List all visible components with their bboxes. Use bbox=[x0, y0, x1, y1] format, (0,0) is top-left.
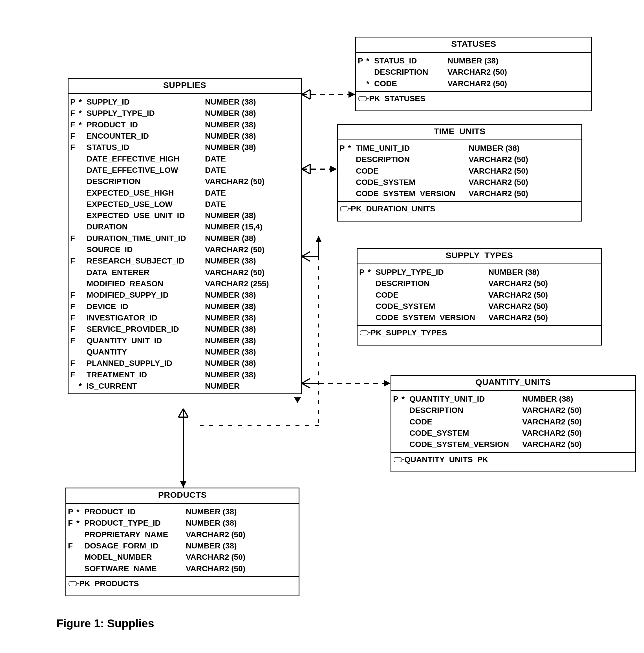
col-required: * bbox=[79, 96, 87, 108]
col-name: CODE_SYSTEM bbox=[409, 428, 522, 439]
col-type: NUMBER (38) bbox=[205, 233, 297, 244]
col-keyflag: P bbox=[358, 267, 368, 278]
key-icon bbox=[394, 457, 402, 462]
col-keyflag: F bbox=[69, 119, 79, 130]
col-name: EXPECTED_USE_UNIT_ID bbox=[87, 210, 205, 221]
col-keyflag: F bbox=[69, 233, 79, 244]
col-keyflag bbox=[338, 165, 348, 177]
col-keyflag bbox=[358, 289, 368, 301]
col-required: * bbox=[79, 108, 87, 119]
svg-marker-3 bbox=[330, 166, 337, 172]
col-keyflag: P bbox=[392, 393, 401, 405]
col-name: PRODUCT_ID bbox=[84, 506, 186, 517]
col-type: NUMBER (38) bbox=[205, 312, 297, 323]
entity-columns: P*PRODUCT_IDNUMBER (38)F*PRODUCT_TYPE_ID… bbox=[66, 504, 299, 576]
col-keyflag bbox=[67, 563, 76, 574]
col-name: MODEL_NUMBER bbox=[84, 552, 186, 563]
col-keyflag: F bbox=[67, 517, 76, 529]
col-keyflag bbox=[69, 188, 79, 199]
pk-label: PK_STATUSES bbox=[369, 94, 426, 103]
col-name: TREATMENT_ID bbox=[87, 369, 205, 381]
col-keyflag: F bbox=[69, 289, 79, 301]
col-required bbox=[76, 540, 84, 552]
col-keyflag: F bbox=[69, 142, 79, 153]
col-required: * bbox=[366, 55, 374, 67]
col-required bbox=[79, 210, 87, 221]
svg-marker-7 bbox=[316, 236, 321, 242]
col-name: QUANTITY_UNIT_ID bbox=[87, 335, 205, 346]
col-name: QUANTITY bbox=[87, 346, 205, 358]
col-type: NUMBER (38) bbox=[205, 96, 297, 108]
svg-marker-1 bbox=[348, 91, 355, 98]
col-required bbox=[79, 165, 87, 176]
col-required bbox=[348, 165, 356, 177]
col-required: * bbox=[76, 517, 84, 529]
col-required bbox=[79, 153, 87, 165]
entity-statuses: STATUSES P*STATUS_IDNUMBER (38)DESCRIPTI… bbox=[355, 37, 592, 111]
col-name: DURATION bbox=[87, 221, 205, 233]
col-required: * bbox=[79, 119, 87, 130]
col-name: SOURCE_ID bbox=[87, 244, 205, 255]
col-name: MODIFIED_SUPPY_ID bbox=[87, 289, 205, 301]
col-type: VARCHAR2 (50) bbox=[205, 244, 297, 255]
col-keyflag: F bbox=[69, 323, 79, 335]
col-keyflag: F bbox=[69, 108, 79, 119]
col-type: VARCHAR2 (50) bbox=[447, 67, 588, 78]
col-type: NUMBER (38) bbox=[205, 255, 297, 267]
col-required bbox=[79, 130, 87, 142]
col-name: PLANNED_SUPPLY_ID bbox=[87, 358, 205, 369]
col-required bbox=[79, 346, 87, 358]
entity-quantity-units: QUANTITY_UNITS P*QUANTITY_UNIT_IDNUMBER … bbox=[391, 375, 636, 473]
col-required bbox=[79, 244, 87, 255]
col-required bbox=[348, 154, 356, 165]
col-keyflag bbox=[69, 267, 79, 278]
col-required bbox=[401, 405, 409, 416]
col-name: EXPECTED_USE_HIGH bbox=[87, 188, 205, 199]
key-icon bbox=[340, 206, 348, 211]
col-name: STATUS_ID bbox=[374, 55, 447, 67]
col-keyflag bbox=[392, 405, 401, 416]
col-type: VARCHAR2 (50) bbox=[205, 267, 297, 278]
col-keyflag bbox=[338, 177, 348, 188]
col-type: NUMBER (38) bbox=[205, 358, 297, 369]
key-icon bbox=[360, 330, 368, 335]
col-type: VARCHAR2 (50) bbox=[522, 416, 631, 428]
col-name: CODE_SYSTEM_VERSION bbox=[375, 312, 488, 323]
entity-columns: P*SUPPLY_TYPE_IDNUMBER (38)DESCRIPTIONVA… bbox=[358, 264, 601, 325]
col-type: VARCHAR2 (50) bbox=[488, 312, 598, 323]
col-type: VARCHAR2 (50) bbox=[205, 176, 297, 187]
col-required bbox=[79, 312, 87, 323]
col-keyflag bbox=[358, 312, 368, 323]
col-keyflag: F bbox=[69, 255, 79, 267]
col-keyflag bbox=[69, 210, 79, 221]
entity-columns: P*STATUS_IDNUMBER (38)DESCRIPTIONVARCHAR… bbox=[356, 53, 591, 91]
col-required bbox=[368, 301, 375, 312]
col-name: PROPRIETARY_NAME bbox=[84, 529, 186, 540]
col-type: VARCHAR2 (50) bbox=[488, 289, 598, 301]
entity-title: TIME_UNITS bbox=[338, 125, 581, 140]
col-required bbox=[79, 369, 87, 381]
col-name: PRODUCT_ID bbox=[87, 119, 205, 130]
col-required bbox=[79, 255, 87, 267]
col-keyflag: F bbox=[67, 540, 76, 552]
col-required bbox=[401, 439, 409, 450]
entity-time-units: TIME_UNITS P*TIME_UNIT_IDNUMBER (38)DESC… bbox=[337, 124, 582, 221]
col-type: NUMBER bbox=[205, 381, 297, 392]
entity-title: SUPPLIES bbox=[69, 79, 301, 94]
col-name: CODE bbox=[374, 78, 447, 89]
col-keyflag bbox=[69, 199, 79, 210]
entity-pk: PK_SUPPLY_TYPES bbox=[358, 325, 601, 345]
col-name: SUPPLY_TYPE_ID bbox=[87, 108, 205, 119]
col-name: QUANTITY_UNIT_ID bbox=[409, 393, 522, 405]
col-required bbox=[79, 289, 87, 301]
col-required bbox=[79, 142, 87, 153]
col-type: VARCHAR2 (50) bbox=[522, 428, 631, 439]
col-name: ENCOUNTER_ID bbox=[87, 130, 205, 142]
col-type: VARCHAR2 (50) bbox=[186, 552, 295, 563]
col-keyflag bbox=[67, 552, 76, 563]
col-keyflag: F bbox=[69, 301, 79, 312]
pk-label: PK_SUPPLY_TYPES bbox=[370, 328, 447, 337]
col-name: RESEARCH_SUBJECT_ID bbox=[87, 255, 205, 267]
col-required bbox=[79, 221, 87, 233]
col-type: VARCHAR2 (50) bbox=[488, 301, 598, 312]
